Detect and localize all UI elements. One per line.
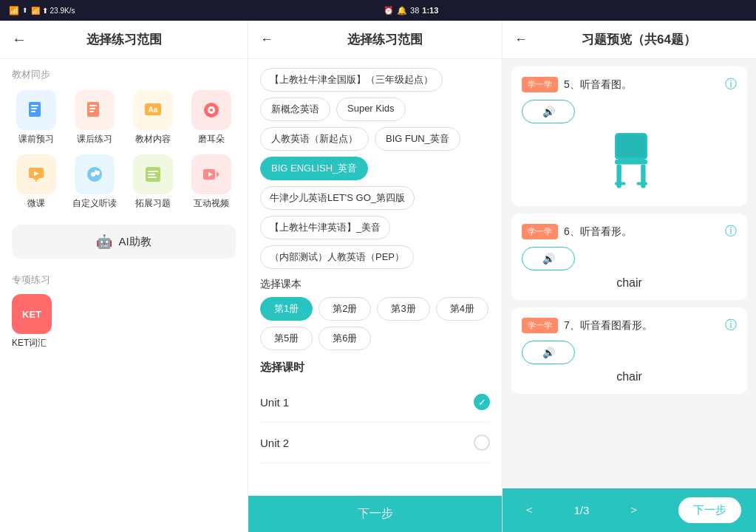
q2-header: 学一学 6、听音看形。 ⓘ [522,224,737,239]
q3-speaker-icon: 🔊 [542,347,555,358]
battery-text: 38 [410,6,419,15]
alarm-icon: ⏰ [384,6,394,16]
unit-2-checkbox[interactable] [474,434,490,451]
book-section-label: 选择课本 [260,278,490,291]
icon-grid: 课前预习 课后练习 Aa 教材内容 [12,90,236,210]
after-item[interactable]: 课后练习 [70,90,120,146]
unit-1-checkbox[interactable]: ✓ [474,394,490,410]
textbook-options-row6: 【上教社牛津英语】_美音 [260,216,490,239]
q2-word: chair [522,276,737,290]
unit-2-label: Unit 2 [260,437,289,449]
time-text: 1:13 [422,6,438,15]
textbook-option-t6[interactable]: BIG ENGLISH_英音 [260,157,368,180]
q3-badge: 学一学 [522,318,558,333]
q3-word: chair [522,370,737,383]
right-footer: ＜ 1/3 ＞ 下一步 [503,488,756,532]
svg-rect-15 [33,178,39,180]
micro-label: 微课 [27,197,45,210]
svg-marker-26 [217,171,219,177]
listen-icon [75,154,115,194]
book-b2[interactable]: 第2册 [319,297,371,321]
ai-section[interactable]: 🤖 AI助教 [12,225,236,259]
left-panel: ← 选择练习范围 教材同步 课前预习 课后练习 [0,21,248,532]
svg-rect-2 [31,108,37,109]
question-card-3: 学一学 7、听音看图看形。 ⓘ 🔊 chair [511,307,747,394]
q1-speaker-icon: 🔊 [542,106,555,117]
unit-section-label: 选择课时 [260,361,490,375]
book-b6[interactable]: 第6册 [319,327,371,350]
content-item[interactable]: Aa 教材内容 [129,90,178,146]
book-b5[interactable]: 第5册 [260,327,313,350]
expand-icon [133,154,173,194]
q2-audio-button[interactable]: 🔊 [522,247,575,270]
next-page-button[interactable]: ＞ [622,499,646,521]
special-label: 专项练习 [12,273,236,287]
question-card-2: 学一学 6、听音看形。 ⓘ 🔊 chair [511,214,747,300]
unit-list: Unit 1 ✓ Unit 2 [260,382,490,463]
textbook-options-row7: （内部测试）人教英语（PEP） [260,245,490,269]
q3-info-icon[interactable]: ⓘ [725,318,737,333]
svg-rect-34 [636,182,647,185]
svg-rect-33 [615,182,625,185]
video-label: 互动视频 [194,197,229,210]
right-next-button[interactable]: 下一步 [678,497,741,523]
page-info: 1/3 [573,504,589,516]
middle-back-button[interactable]: ← [260,32,273,47]
q1-info-icon[interactable]: ⓘ [725,77,737,92]
textbook-option-t9[interactable]: （内部测试）人教英语（PEP） [260,245,414,269]
unit-item-1[interactable]: Unit 1 ✓ [260,382,490,423]
left-back-button[interactable]: ← [12,31,27,48]
right-header: ← 习题预览（共64题） [503,21,756,59]
middle-header: ← 选择练习范围 [248,21,502,59]
q2-info-icon[interactable]: ⓘ [725,224,737,239]
status-left: 📶 ⬆ 📶 ⬆ 23.9K/s [9,6,75,16]
ear-icon [191,90,231,130]
middle-title: 选择练习范围 [279,31,490,48]
status-center: ⏰ 🔔 38 1:13 [75,6,747,16]
right-back-button[interactable]: ← [514,32,528,47]
listen-item[interactable]: 自定义听读 [70,154,120,210]
right-content: 学一学 5、听音看图。 ⓘ 🔊 [503,59,756,488]
listen-label: 自定义听读 [72,197,117,210]
content-label: 教材内容 [135,133,171,146]
ket-label: KET词汇 [12,337,47,349]
special-section: 专项练习 KET KET词汇 [0,265,248,358]
expand-label: 拓展习题 [135,197,171,210]
textbook-option-t5[interactable]: BIG FUN_英音 [375,127,460,151]
svg-rect-24 [148,177,157,178]
book-b1[interactable]: 第1册 [260,297,313,321]
svg-rect-1 [31,105,38,106]
content-icon: Aa [133,90,173,130]
book-b4[interactable]: 第4册 [436,297,488,321]
textbook-option-t7[interactable]: 牛津少儿英语LET'S GO_第四版 [260,186,415,210]
after-label: 课后练习 [77,133,112,146]
ear-item[interactable]: 磨耳朵 [186,90,236,146]
unit-item-2[interactable]: Unit 2 [260,423,490,463]
preview-item[interactable]: 课前预习 [12,90,61,146]
textbook-options-row4: BIG ENGLISH_英音 [260,157,490,180]
book-b3[interactable]: 第3册 [377,297,429,321]
textbook-option-t2[interactable]: 新概念英语 [260,98,330,121]
expand-item[interactable]: 拓展习题 [129,154,178,210]
svg-rect-23 [148,174,155,175]
textbook-option-t4[interactable]: 人教英语（新起点） [260,127,369,151]
textbook-option-t1[interactable]: 【上教社牛津全国版】（三年级起点） [260,68,443,92]
textbook-option-t3[interactable]: Super Kids [336,98,406,121]
right-panel: ← 习题预览（共64题） 学一学 5、听音看图。 ⓘ 🔊 [503,21,756,532]
svg-text:Aa: Aa [148,106,157,114]
svg-rect-30 [615,160,647,164]
textbook-option-t8[interactable]: 【上教社牛津英语】_美音 [260,216,390,239]
micro-item[interactable]: 微课 [12,154,61,210]
prev-page-button[interactable]: ＜ [517,499,541,521]
q1-audio-button[interactable]: 🔊 [522,100,575,123]
middle-content: 【上教社牛津全国版】（三年级起点） 新概念英语 Super Kids 人教英语（… [248,59,502,496]
book-row1: 第1册 第2册 第3册 第4册 [260,297,490,321]
right-title: 习题预览（共64题） [534,31,744,48]
middle-next-button[interactable]: 下一步 [248,496,502,532]
svg-rect-16 [35,180,37,182]
svg-rect-5 [89,105,97,106]
q3-audio-button[interactable]: 🔊 [522,341,575,364]
ket-item[interactable]: KET KET词汇 [12,294,236,349]
video-item[interactable]: 互动视频 [186,154,236,210]
speed-text: 📶 ⬆ 23.9K/s [31,7,75,15]
